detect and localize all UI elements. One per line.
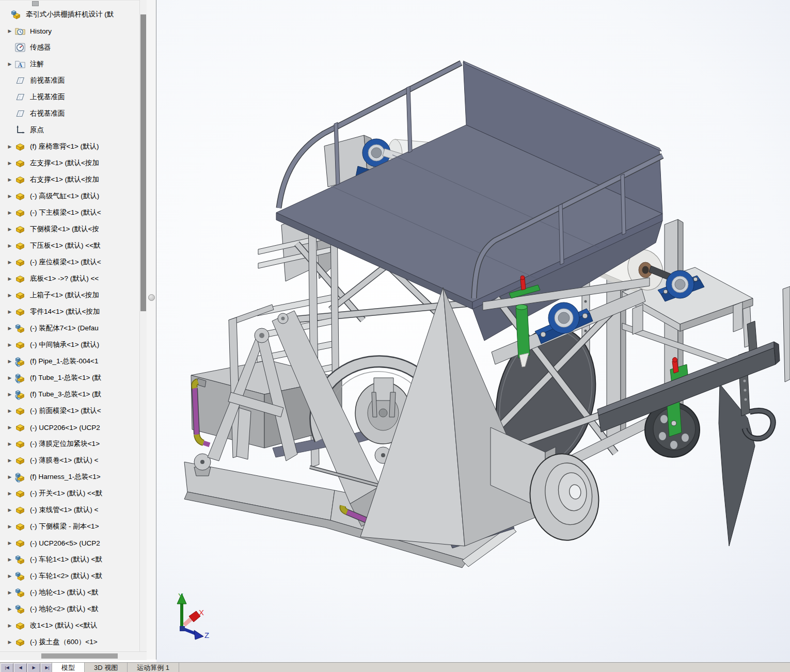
- expand-arrow-icon[interactable]: ▶: [6, 276, 13, 281]
- tree-item[interactable]: ▶ (f) Tube_1-总装<1> (默: [0, 370, 139, 386]
- expand-arrow-icon[interactable]: ▶: [6, 458, 13, 463]
- tree-item[interactable]: ▶ 右支撑<1> (默认<按加: [0, 171, 139, 188]
- tree-item-label: (-) 地轮<2> (默认) <默: [30, 604, 98, 614]
- expand-arrow-icon[interactable]: ▶: [6, 293, 13, 298]
- expand-arrow-icon[interactable]: ▶: [6, 309, 13, 314]
- expand-arrow-icon[interactable]: ▶: [6, 606, 13, 612]
- panel-splitter[interactable]: [147, 0, 156, 660]
- tree-item[interactable]: ▶ 牵引式小拱棚插杆机设计 (默: [0, 6, 139, 23]
- expand-arrow-icon[interactable]: ▶: [6, 243, 13, 248]
- tree-item[interactable]: ▶ (-) 前面横梁<1> (默认<: [0, 403, 139, 419]
- expand-arrow-icon[interactable]: ▶: [6, 260, 13, 265]
- expand-arrow-icon[interactable]: ▶: [6, 540, 13, 546]
- expand-arrow-icon[interactable]: ▶: [6, 359, 13, 364]
- coordinate-triad[interactable]: Y X Z: [177, 591, 209, 639]
- tree-item[interactable]: ▶ 左支撑<1> (默认<按加: [0, 155, 139, 171]
- tree-item[interactable]: ▶ (-) 中间轴承<1> (默认): [0, 337, 139, 353]
- tree-item[interactable]: ▶ (-) UCP206<1> (UCP2: [0, 419, 139, 436]
- expand-arrow-icon[interactable]: ▶: [6, 342, 13, 347]
- scrollbar-thumb[interactable]: [140, 14, 146, 311]
- tree-item[interactable]: ▶ (-) 地轮<1> (默认) <默: [0, 584, 139, 601]
- tree-vertical-scrollbar[interactable]: [139, 0, 147, 651]
- tree-item[interactable]: ▶ (-) 开关<1> (默认) <<默: [0, 485, 139, 502]
- tree-item[interactable]: ▶ (-) 下侧横梁 - 副本<1>: [0, 518, 139, 535]
- tree-horizontal-scrollbar[interactable]: [0, 651, 147, 660]
- tree-item[interactable]: ▶ A 注解: [0, 56, 139, 72]
- expand-arrow-icon[interactable]: ▶: [6, 557, 13, 562]
- tree-item[interactable]: ▶ (-) 装配体7<1> (Defau: [0, 320, 139, 337]
- expand-arrow-icon[interactable]: ▶: [6, 639, 13, 645]
- scrollbar-thumb[interactable]: [41, 653, 118, 659]
- tree-item[interactable]: ▶ 原点: [0, 122, 139, 138]
- tree-item[interactable]: ▶ (-) 拨土盘（600）<1>: [0, 634, 139, 650]
- tree-item[interactable]: ▶ (-) 薄膜定位加紧块<1>: [0, 436, 139, 452]
- tree-item[interactable]: ▶ (-) 车轮1<2> (默认) <默: [0, 568, 139, 584]
- part-icon: [14, 306, 26, 317]
- tree-item[interactable]: ▶ (-) 下主横梁<1> (默认<: [0, 204, 139, 221]
- timeline-nav-button[interactable]: ◀: [14, 663, 27, 672]
- expand-arrow-icon[interactable]: ▶: [6, 573, 13, 579]
- tree-item[interactable]: ▶ 改1<1> (默认) <<默认: [0, 617, 139, 634]
- timeline-nav-button[interactable]: |◀: [1, 663, 13, 672]
- tree-item-label: 右支撑<1> (默认<按加: [30, 175, 99, 184]
- expand-arrow-icon[interactable]: ▶: [6, 161, 13, 166]
- tree-item[interactable]: ▶ (-) 车轮1<1> (默认) <默: [0, 551, 139, 568]
- graphics-viewport[interactable]: Y X Z: [156, 0, 790, 672]
- tree-item[interactable]: ▶ 前视基准面: [0, 72, 139, 89]
- expand-arrow-icon[interactable]: ▶: [6, 61, 13, 67]
- expand-arrow-icon[interactable]: ▶: [6, 144, 13, 149]
- plane-icon: [14, 75, 26, 86]
- expand-arrow-icon[interactable]: ▶: [6, 425, 13, 430]
- tree-item[interactable]: ▶ 传感器: [0, 39, 139, 56]
- timeline-nav-button[interactable]: ▶: [27, 663, 40, 672]
- expand-arrow-icon[interactable]: ▶: [6, 491, 13, 496]
- expand-arrow-icon[interactable]: ▶: [6, 28, 13, 34]
- tree-item[interactable]: ▶ (-) 座位横梁<1> (默认<: [0, 254, 139, 270]
- document-tab[interactable]: 运动算例 1: [128, 663, 179, 672]
- expand-arrow-icon[interactable]: ▶: [6, 210, 13, 215]
- tree-item[interactable]: ▶ 底板<1> ->? (默认) <<: [0, 270, 139, 287]
- tree-item[interactable]: ▶ (f) Tube_3-总装<1> (默: [0, 386, 139, 403]
- expand-arrow-icon[interactable]: ▶: [6, 194, 13, 199]
- expand-arrow-icon[interactable]: ▶: [6, 375, 13, 380]
- tree-item[interactable]: ▶ 下侧横梁<1> (默认<按: [0, 221, 139, 237]
- expand-arrow-icon[interactable]: ▶: [6, 326, 13, 331]
- document-tab[interactable]: 模型: [52, 663, 85, 672]
- tree-item[interactable]: ▶ (-) 束线管<1> (默认) <: [0, 502, 139, 518]
- expand-arrow-icon[interactable]: ▶: [6, 227, 13, 232]
- tree-item[interactable]: ▶ (-) 高级气缸<1> (默认): [0, 188, 139, 204]
- expand-arrow-icon[interactable]: ▶: [6, 408, 13, 413]
- plane-icon: [14, 108, 26, 119]
- part-icon: [14, 190, 26, 202]
- expand-arrow-icon[interactable]: ▶: [6, 441, 13, 446]
- tree-item-label: (-) 下主横梁<1> (默认<: [30, 208, 101, 217]
- part-icon: [14, 537, 26, 549]
- tree-item[interactable]: ▶ History: [0, 23, 139, 39]
- tree-item[interactable]: ▶ (-) 地轮<2> (默认) <默: [0, 601, 139, 617]
- tree-item[interactable]: ▶ (f) Pipe_1-总装-004<1: [0, 353, 139, 370]
- tree-item[interactable]: ▶ 右视基准面: [0, 105, 139, 122]
- tree-item[interactable]: ▶ (-) 薄膜卷<1> (默认) <: [0, 452, 139, 469]
- route-icon: [14, 389, 26, 400]
- expand-arrow-icon[interactable]: ▶: [6, 474, 13, 479]
- subassembly-icon: [14, 323, 26, 334]
- triad-z-label: Z: [204, 631, 209, 639]
- tree-item[interactable]: ▶ (-) UCP206<5> (UCP2: [0, 535, 139, 551]
- part-icon: [14, 405, 26, 417]
- tree-item[interactable]: ▶ (f) 座椅靠背<1> (默认): [0, 138, 139, 155]
- expand-arrow-icon[interactable]: ▶: [6, 507, 13, 513]
- tree-item-label: 下压板<1> (默认) <<默: [30, 241, 101, 250]
- tree-item[interactable]: ▶ 零件14<1> (默认<按加: [0, 303, 139, 320]
- splitter-grip-icon[interactable]: [148, 294, 155, 301]
- expand-arrow-icon[interactable]: ▶: [6, 524, 13, 529]
- expand-arrow-icon[interactable]: ▶: [6, 392, 13, 397]
- document-tab[interactable]: 3D 视图: [85, 663, 128, 672]
- tree-item[interactable]: ▶ (f) Harness_1-总装<1>: [0, 469, 139, 485]
- tree-item[interactable]: ▶ 上视基准面: [0, 89, 139, 105]
- expand-arrow-icon[interactable]: ▶: [6, 623, 13, 628]
- expand-arrow-icon[interactable]: ▶: [6, 590, 13, 595]
- tree-item-label: 上箱子<1> (默认<按加: [30, 291, 99, 300]
- expand-arrow-icon[interactable]: ▶: [6, 177, 13, 182]
- tree-item[interactable]: ▶ 上箱子<1> (默认<按加: [0, 287, 139, 303]
- tree-item[interactable]: ▶ 下压板<1> (默认) <<默: [0, 237, 139, 254]
